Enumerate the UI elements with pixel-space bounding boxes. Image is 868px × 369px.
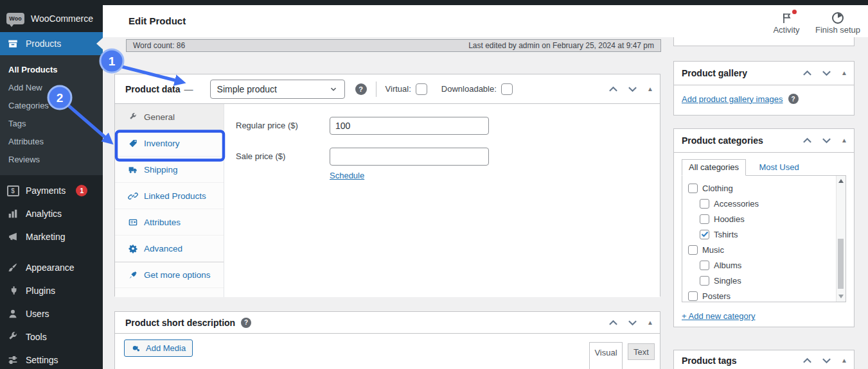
tab-most-used[interactable]: Most Used xyxy=(759,162,799,172)
category-row: Music xyxy=(688,242,846,257)
tab-shipping[interactable]: Shipping xyxy=(115,157,224,183)
short-description-panel: Product short description ? ▲ Add Media … xyxy=(114,311,660,369)
category-checkbox-singles[interactable] xyxy=(700,276,709,286)
help-icon[interactable]: ? xyxy=(355,83,367,95)
category-row: Singles xyxy=(688,273,846,288)
move-down-icon[interactable] xyxy=(822,357,831,365)
move-up-icon[interactable] xyxy=(608,319,618,327)
regular-price-input[interactable] xyxy=(330,117,489,135)
help-icon[interactable]: ? xyxy=(241,318,251,328)
schedule-link[interactable]: Schedule xyxy=(330,171,364,180)
virtual-label: Virtual: xyxy=(385,84,411,94)
sidebar-item-tools[interactable]: Tools xyxy=(0,325,103,348)
sidebar-item-appearance[interactable]: Appearance xyxy=(0,256,103,279)
users-person-icon xyxy=(6,307,19,320)
collapse-toggle-icon[interactable]: ▲ xyxy=(841,357,847,364)
tab-advanced[interactable]: Advanced xyxy=(115,236,224,262)
activity-button[interactable]: Activity xyxy=(759,10,813,35)
move-up-icon[interactable] xyxy=(802,357,812,365)
category-checkbox-clothing[interactable] xyxy=(688,184,698,193)
category-checkbox-tshirts[interactable] xyxy=(700,230,709,239)
collapse-toggle-icon[interactable]: ▲ xyxy=(647,86,653,92)
help-icon[interactable]: ? xyxy=(788,94,799,104)
downloadable-checkbox[interactable] xyxy=(501,83,513,95)
move-up-icon[interactable] xyxy=(802,137,812,144)
tab-attributes[interactable]: Attributes xyxy=(115,209,224,236)
finish-setup-label: Finish setup xyxy=(811,25,865,35)
general-tab-panel: Regular price ($) Sale price ($) Schedul… xyxy=(224,104,660,297)
wrench-icon xyxy=(128,112,138,122)
scrollbar-thumb[interactable] xyxy=(838,239,844,289)
products-box-icon xyxy=(6,37,19,50)
category-scrollbar[interactable] xyxy=(836,176,846,302)
tools-wrench-icon xyxy=(6,330,19,343)
chevron-down-icon xyxy=(329,85,338,94)
sidebar-item-attributes[interactable]: Attributes xyxy=(8,133,103,151)
category-checkbox-albums[interactable] xyxy=(700,261,709,270)
sidebar-item-all-products[interactable]: All Products xyxy=(8,61,103,79)
product-data-header: Product data — Simple product ? Virtual:… xyxy=(115,74,660,104)
collapse-toggle-icon[interactable]: ▲ xyxy=(841,70,847,76)
product-gallery-header: Product gallery ▲ xyxy=(674,62,854,85)
virtual-checkbox[interactable] xyxy=(416,83,427,95)
category-checkbox-music[interactable] xyxy=(688,245,698,255)
tab-get-more-options[interactable]: Get more options xyxy=(115,262,224,288)
tab-all-categories[interactable]: All categories xyxy=(682,159,746,176)
regular-price-label: Regular price ($) xyxy=(236,121,298,130)
sidebar-item-analytics[interactable]: Analytics xyxy=(0,202,103,225)
category-checkbox-accessories[interactable] xyxy=(700,199,709,209)
move-down-icon[interactable] xyxy=(822,69,831,77)
product-type-select[interactable]: Simple product xyxy=(210,80,345,99)
sidebar-item-add-new[interactable]: Add New xyxy=(8,79,103,97)
sidebar-item-reviews[interactable]: Reviews xyxy=(8,151,103,169)
category-row: Hoodies xyxy=(688,211,846,227)
sidebar-item-label: Plugins xyxy=(26,286,55,296)
move-down-icon[interactable] xyxy=(628,85,637,93)
admin-sidebar: Woo WooCommerce Products All Products Ad… xyxy=(0,0,103,369)
add-gallery-images-link[interactable]: Add product gallery images xyxy=(682,94,783,104)
attributes-card-icon xyxy=(128,218,138,227)
product-gallery-title: Product gallery xyxy=(682,68,747,78)
editor-tab-text[interactable]: Text xyxy=(628,343,655,360)
sidebar-item-tags[interactable]: Tags xyxy=(8,115,103,133)
add-media-button[interactable]: Add Media xyxy=(124,339,193,357)
move-up-icon[interactable] xyxy=(608,85,618,93)
tab-inventory[interactable]: Inventory xyxy=(115,130,224,157)
sidebar-item-settings[interactable]: Settings xyxy=(0,348,103,369)
move-up-icon[interactable] xyxy=(802,69,812,77)
tab-general[interactable]: General xyxy=(115,104,224,130)
category-checkbox-posters[interactable] xyxy=(688,291,698,301)
product-type-value: Simple product xyxy=(217,84,277,94)
tab-linked-products[interactable]: Linked Products xyxy=(115,183,224,209)
collapse-toggle-icon[interactable]: ▲ xyxy=(647,320,653,326)
sidebar-item-woocommerce[interactable]: Woo WooCommerce xyxy=(0,5,103,32)
scroll-up-icon[interactable] xyxy=(838,179,844,183)
product-data-panel: Product data — Simple product ? Virtual:… xyxy=(114,74,660,296)
category-checkbox-hoodies[interactable] xyxy=(700,214,709,224)
finish-setup-button[interactable]: Finish setup xyxy=(811,10,865,35)
move-down-icon[interactable] xyxy=(628,319,637,327)
sidebar-item-plugins[interactable]: Plugins xyxy=(0,279,103,302)
sale-price-input[interactable] xyxy=(330,148,489,166)
collapse-toggle-icon[interactable]: ▲ xyxy=(841,137,847,144)
word-count: Word count: 86 xyxy=(133,41,185,50)
last-edited: Last edited by admin on February 25, 202… xyxy=(468,41,654,50)
scroll-down-icon[interactable] xyxy=(838,295,844,298)
tab-label: Text xyxy=(633,347,649,357)
short-description-header: Product short description ? ▲ xyxy=(115,312,660,334)
sidebar-item-payments[interactable]: $ Payments 1 xyxy=(0,179,103,202)
sidebar-item-categories[interactable]: Categories xyxy=(8,97,103,115)
sidebar-item-label: Appearance xyxy=(26,262,75,273)
sidebar-item-marketing[interactable]: Marketing xyxy=(0,225,103,248)
category-label: Accessories xyxy=(714,199,759,209)
product-categories-header: Product categories ▲ xyxy=(674,129,854,153)
category-row: Tshirts xyxy=(688,227,846,242)
add-new-category-link[interactable]: + Add new category xyxy=(682,311,756,321)
activity-flag-icon xyxy=(759,10,813,25)
editor-tab-visual[interactable]: Visual xyxy=(589,342,623,369)
sidebar-item-products[interactable]: Products xyxy=(0,32,103,55)
category-label: Hoodies xyxy=(714,214,745,224)
category-row: Albums xyxy=(688,257,846,273)
sidebar-item-users[interactable]: Users xyxy=(0,302,103,325)
move-down-icon[interactable] xyxy=(822,137,831,144)
